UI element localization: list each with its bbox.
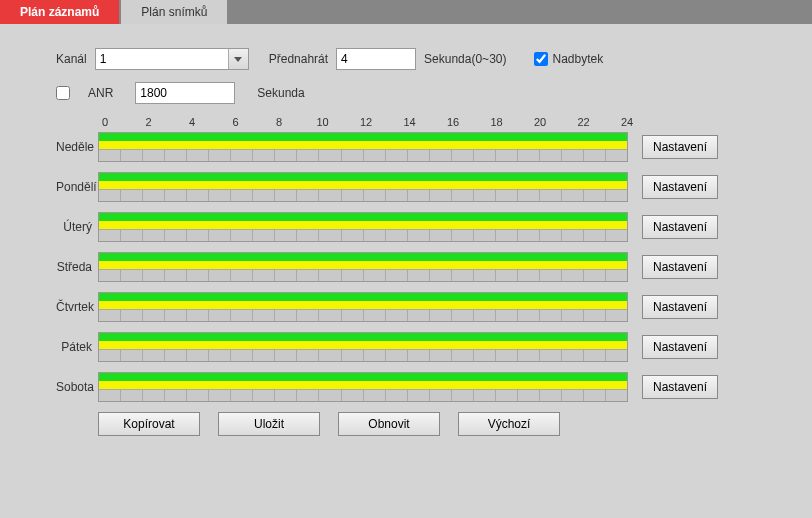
bottom-buttons: Kopírovat Uložit Obnovit Výchozí <box>98 412 756 436</box>
day-row: SobotaNastavení <box>56 372 756 402</box>
day-label: Čtvrtek <box>56 300 98 314</box>
record-bar-regular <box>99 301 627 309</box>
hour-tick: 22 <box>577 116 591 128</box>
hour-labels: 0 2 4 6 8 10 12 14 16 18 20 22 24 <box>98 116 634 128</box>
day-settings-button[interactable]: Nastavení <box>642 295 718 319</box>
tab-snapshot-plan[interactable]: Plán snímků <box>121 0 227 24</box>
tabs-bar: Plán záznamů Plán snímků <box>0 0 812 24</box>
hour-tick: 20 <box>533 116 547 128</box>
anr-row: ANR Sekunda <box>56 82 756 104</box>
day-label: Pondělí <box>56 180 98 194</box>
prerecord-input[interactable] <box>336 48 416 70</box>
timeline-grid <box>99 349 627 361</box>
channel-label: Kanál <box>56 52 87 66</box>
default-button[interactable]: Výchozí <box>458 412 560 436</box>
record-bar-motion <box>99 373 627 381</box>
content-area: Kanál 1 Přednahrát Sekunda(0~30) Nadbyte… <box>0 24 812 452</box>
top-controls-row: Kanál 1 Přednahrát Sekunda(0~30) Nadbyte… <box>56 48 756 70</box>
day-settings-button[interactable]: Nastavení <box>642 135 718 159</box>
timeline[interactable] <box>98 212 628 242</box>
timeline[interactable] <box>98 372 628 402</box>
record-bar-regular <box>99 341 627 349</box>
day-settings-button[interactable]: Nastavení <box>642 255 718 279</box>
timeline-grid <box>99 229 627 241</box>
hour-tick: 24 <box>620 116 634 128</box>
timeline-grid <box>99 269 627 281</box>
timeline-grid <box>99 389 627 401</box>
record-bar-regular <box>99 221 627 229</box>
record-bar-motion <box>99 133 627 141</box>
hour-tick: 14 <box>403 116 417 128</box>
tab-record-plan[interactable]: Plán záznamů <box>0 0 119 24</box>
record-bar-motion <box>99 293 627 301</box>
timeline[interactable] <box>98 132 628 162</box>
record-bar-regular <box>99 181 627 189</box>
record-bar-motion <box>99 253 627 261</box>
day-settings-button[interactable]: Nastavení <box>642 375 718 399</box>
day-row: ČtvrtekNastavení <box>56 292 756 322</box>
redundancy-label: Nadbytek <box>552 52 603 66</box>
timeline-grid <box>99 189 627 201</box>
record-bar-motion <box>99 333 627 341</box>
seconds-range-label: Sekunda(0~30) <box>424 52 506 66</box>
hour-tick: 18 <box>490 116 504 128</box>
day-label: Sobota <box>56 380 98 394</box>
record-bar-regular <box>99 141 627 149</box>
hour-tick: 0 <box>98 116 112 128</box>
day-row: StředaNastavení <box>56 252 756 282</box>
hour-tick: 4 <box>185 116 199 128</box>
day-row: NeděleNastavení <box>56 132 756 162</box>
anr-seconds-input[interactable] <box>135 82 235 104</box>
day-settings-button[interactable]: Nastavení <box>642 335 718 359</box>
record-bar-motion <box>99 173 627 181</box>
record-bar-regular <box>99 261 627 269</box>
day-row: PondělíNastavení <box>56 172 756 202</box>
channel-select[interactable]: 1 <box>95 48 249 70</box>
timeline[interactable] <box>98 172 628 202</box>
record-bar-regular <box>99 381 627 389</box>
save-button[interactable]: Uložit <box>218 412 320 436</box>
day-row: ÚterýNastavení <box>56 212 756 242</box>
prerecord-label: Přednahrát <box>269 52 328 66</box>
day-label: Pátek <box>56 340 98 354</box>
hour-tick: 2 <box>142 116 156 128</box>
anr-seconds-label: Sekunda <box>257 86 304 100</box>
day-label: Úterý <box>56 220 98 234</box>
hour-tick: 16 <box>446 116 460 128</box>
hour-tick: 6 <box>229 116 243 128</box>
redundancy-checkbox[interactable] <box>534 52 548 66</box>
timeline[interactable] <box>98 332 628 362</box>
hour-tick: 10 <box>316 116 330 128</box>
hour-tick: 12 <box>359 116 373 128</box>
day-row: PátekNastavení <box>56 332 756 362</box>
timeline-grid <box>99 149 627 161</box>
timeline-grid <box>99 309 627 321</box>
schedule-area: 0 2 4 6 8 10 12 14 16 18 20 22 24 Neděle… <box>56 116 756 436</box>
day-settings-button[interactable]: Nastavení <box>642 215 718 239</box>
anr-label: ANR <box>88 86 113 100</box>
hour-tick: 8 <box>272 116 286 128</box>
timeline[interactable] <box>98 292 628 322</box>
copy-button[interactable]: Kopírovat <box>98 412 200 436</box>
record-bar-motion <box>99 213 627 221</box>
refresh-button[interactable]: Obnovit <box>338 412 440 436</box>
day-label: Středa <box>56 260 98 274</box>
anr-checkbox[interactable] <box>56 86 70 100</box>
timeline[interactable] <box>98 252 628 282</box>
day-label: Neděle <box>56 140 98 154</box>
day-settings-button[interactable]: Nastavení <box>642 175 718 199</box>
